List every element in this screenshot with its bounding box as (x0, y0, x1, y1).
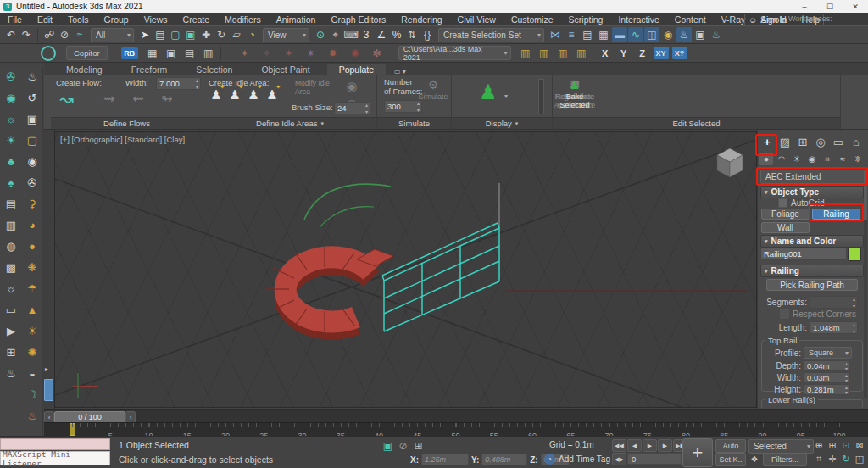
teapot-icon[interactable]: ♨ (0, 363, 22, 384)
menu-item[interactable]: Rendering (393, 14, 449, 25)
modify-tab[interactable]: ▨ (777, 134, 793, 149)
sun2-icon[interactable]: ☀ (22, 320, 42, 342)
ribbon-tab[interactable]: Modeling (54, 64, 114, 75)
burst-icon[interactable]: ✺ (22, 342, 42, 363)
close-button[interactable]: ✕ (843, 3, 868, 11)
spiral-staircase-object[interactable] (265, 247, 393, 332)
define-flows-footer[interactable]: Define Flows (51, 117, 203, 129)
camera2-icon[interactable]: ◉ (22, 151, 42, 172)
railing-object[interactable] (382, 183, 499, 332)
layer-explorer-icon[interactable]: ▦ (596, 27, 611, 42)
menu-item[interactable]: Customize (504, 14, 561, 25)
zoom-region-icon[interactable]: ⌗ (812, 452, 826, 465)
lights-category[interactable]: ☀ (790, 153, 804, 165)
geo-sphere-icon[interactable]: ◒ (22, 363, 42, 384)
minimize-button[interactable]: – (792, 3, 817, 11)
select-and-move-icon[interactable]: ✚ (198, 27, 214, 42)
flow-style-icon-3[interactable]: ↬ (153, 91, 181, 106)
brush-size-spinner[interactable]: 24 (334, 102, 370, 114)
name-and-color-rollout[interactable]: Name and Color (760, 235, 864, 248)
percent-snap-icon[interactable]: % (389, 27, 404, 42)
geometry-category[interactable]: ● (760, 153, 773, 165)
monitor-yellow-icon[interactable]: ▢ (22, 130, 42, 151)
respect-corners-checkbox[interactable] (780, 309, 789, 319)
absolute-mode-icon[interactable]: ⊞ (412, 440, 425, 452)
zoom-extents-icon[interactable]: ⊡ (839, 438, 853, 452)
script-icon-5[interactable]: ✹ (326, 46, 341, 61)
maximize-viewport-icon[interactable]: ◰ (853, 452, 866, 465)
menu-item[interactable]: Tools (60, 14, 97, 25)
time-slider[interactable]: ‹ 0 / 100 › (44, 410, 868, 422)
flow-width-spinner[interactable]: 7.000 (156, 77, 201, 90)
menu-item[interactable]: Animation (269, 14, 324, 25)
key-selection-dropdown[interactable]: Selected (748, 439, 814, 454)
schematic-view-icon[interactable]: ◫ (644, 27, 659, 42)
key-filters-icon[interactable]: ❖ (748, 453, 760, 465)
railing-button[interactable]: Railing (812, 209, 860, 220)
rectangular-selection-region-icon[interactable]: ▢ (168, 27, 183, 42)
utilities-tab[interactable]: ⌂ (849, 134, 864, 149)
edit-selected-footer[interactable]: Edit Selected (553, 117, 840, 129)
unlink-selection-icon[interactable]: ⊘ (57, 27, 72, 42)
forest-icon[interactable]: ♣ (0, 151, 22, 172)
teapot2-icon[interactable]: ♨ (22, 66, 42, 87)
display-tab[interactable]: ▭ (831, 134, 846, 149)
play-button[interactable]: ▶ (643, 439, 657, 452)
pan-icon[interactable]: ✛ (826, 452, 839, 465)
flow-style-icon-1[interactable]: ⇝ (95, 91, 124, 106)
object-color-swatch[interactable] (848, 248, 861, 261)
cone-light-icon[interactable]: ▲ (22, 299, 42, 320)
zoom-extents-all-icon[interactable]: ⊠ (853, 438, 866, 452)
time-slider-next-icon[interactable]: › (125, 411, 136, 423)
display-percent-slider[interactable] (538, 79, 544, 114)
menu-item[interactable]: Views (136, 14, 175, 25)
viewport-grid-icon[interactable]: ⊞ (0, 342, 22, 363)
project-path-dropdown[interactable]: C:\Users\Ara...3ds Max 2021 (398, 46, 511, 60)
ring-icon[interactable]: ◍ (0, 236, 22, 257)
menu-item[interactable]: Create (175, 14, 218, 25)
film-camera-icon[interactable]: ✇ (22, 172, 42, 193)
curve-editor-icon[interactable]: ∿ (628, 27, 643, 42)
cameras-category[interactable]: ◉ (805, 153, 819, 165)
layers-icon[interactable]: ▩ (0, 257, 22, 278)
menu-item[interactable]: Graph Editors (323, 14, 393, 25)
object-type-rollout[interactable]: Object Type (760, 186, 864, 198)
scene-explorer-icon[interactable]: ▤ (580, 27, 595, 42)
undo-icon[interactable]: ↶ (3, 27, 19, 42)
select-and-link-icon[interactable]: ☍ (42, 27, 57, 42)
script-icon-2[interactable]: ✧ (259, 46, 275, 61)
project-folder-icon-4[interactable]: ▥ (574, 46, 589, 61)
window-layout-icon-1[interactable]: ▦ (145, 46, 160, 61)
go-to-start-button[interactable]: ◀◀ (612, 439, 626, 452)
spinner-snap-icon[interactable]: ⇅ (404, 27, 420, 42)
segments-spinner[interactable] (810, 296, 858, 309)
depth-spinner[interactable]: 0.04m (804, 360, 850, 371)
reference-coordinate-dropdown[interactable]: View (263, 28, 309, 42)
menu-item[interactable]: Edit (30, 14, 60, 25)
monitor-icon[interactable]: ▭ (0, 299, 22, 320)
window-layout-icon-4[interactable]: ▥ (201, 46, 216, 61)
simulate-footer[interactable]: Simulate (377, 117, 451, 129)
menu-item[interactable]: File (0, 14, 30, 25)
shapes-category[interactable]: ◠ (775, 153, 788, 165)
window-layout-icon-2[interactable]: ▣ (164, 46, 179, 61)
ribbon-toggle-icon[interactable]: ▬ (612, 27, 627, 42)
time-slider-thumb[interactable]: 0 / 100 (54, 411, 125, 423)
material-editor-icon[interactable]: ◉ (660, 27, 676, 42)
display-person-icon[interactable]: ♟ (479, 81, 498, 104)
viewport[interactable]: [+] [Orthographic] [Standard] [Clay] (54, 131, 757, 408)
create-tab[interactable]: + (760, 134, 775, 149)
wire-sphere-icon[interactable]: ❋ (22, 257, 42, 278)
window-crossing-icon[interactable]: ▣ (183, 27, 198, 42)
ribbon-tab[interactable]: Object Paint (249, 64, 321, 75)
sphere-light-icon[interactable]: ● (22, 236, 42, 257)
idle-person-icon-4[interactable]: ♟ (263, 87, 281, 103)
next-frame-button[interactable]: ▶ (658, 439, 672, 452)
flow-spline-path[interactable] (304, 184, 391, 227)
rb-script-button[interactable]: RB (121, 47, 138, 59)
copitor-button[interactable]: Copitor (66, 46, 108, 60)
hierarchy-tab[interactable]: ⊞ (795, 134, 810, 149)
menu-item[interactable]: Civil View (450, 14, 504, 25)
select-object-icon[interactable]: ➤ (137, 27, 153, 42)
camera-box-icon[interactable]: ▣ (22, 109, 42, 130)
